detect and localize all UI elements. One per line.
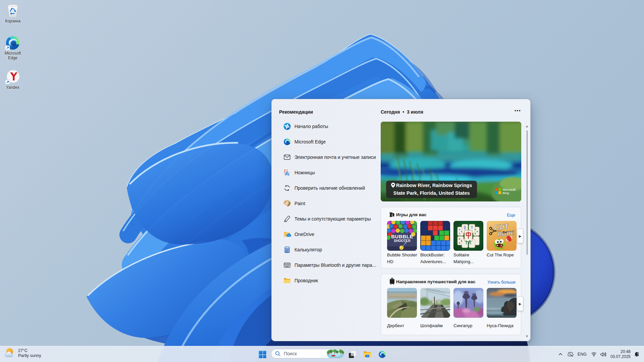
svg-text:z: z — [638, 352, 639, 354]
svg-text:BUBBLE: BUBBLE — [391, 234, 413, 239]
svg-text:Bing: Bing — [503, 191, 509, 195]
svg-text:CUT: CUT — [494, 223, 509, 231]
svg-text:SHOOTER: SHOOTER — [394, 239, 411, 243]
svg-text:the: the — [502, 231, 507, 234]
